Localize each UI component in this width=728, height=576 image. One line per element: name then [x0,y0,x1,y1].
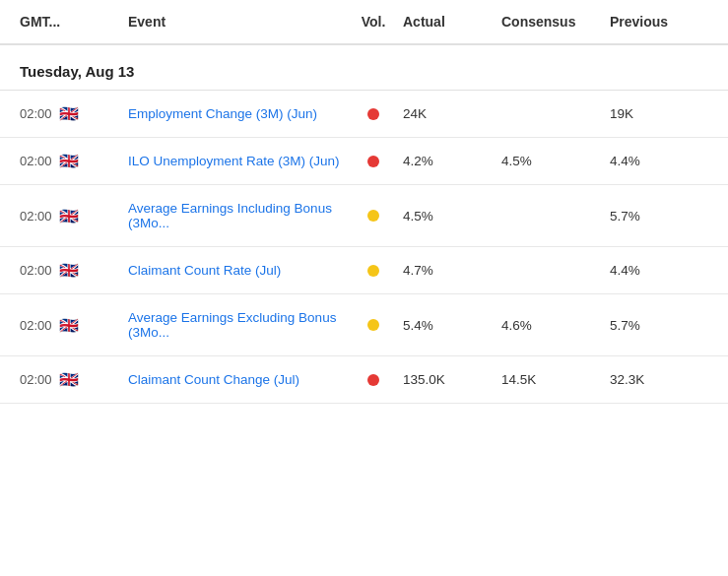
volatility-dot [367,374,379,386]
table-row: 02:00 🇬🇧 Claimant Count Change (Jul) 135… [0,356,728,404]
col-header-actual: Actual [403,14,501,30]
events-table: 02:00 🇬🇧 Employment Change (3M) (Jun) 24… [0,91,728,404]
consensus-value: 14.5K [501,372,610,387]
vol-cell [344,265,403,277]
volatility-dot [367,156,379,167]
previous-value: 5.7% [610,209,708,224]
previous-value: 4.4% [610,154,708,168]
time-cell: 02:00 🇬🇧 [20,263,128,278]
country-flag: 🇬🇧 [58,372,80,387]
time-value: 02:00 [20,154,52,168]
table-row: 02:00 🇬🇧 ILO Unemployment Rate (3M) (Jun… [0,138,728,185]
volatility-dot [367,319,379,331]
event-name[interactable]: Employment Change (3M) (Jun) [128,106,344,121]
volatility-dot [367,210,379,222]
time-cell: 02:00 🇬🇧 [20,154,128,168]
event-name[interactable]: Average Earnings Excluding Bonus (3Mo... [128,310,344,340]
time-value: 02:00 [20,106,52,121]
country-flag: 🇬🇧 [58,209,80,224]
table-row: 02:00 🇬🇧 Average Earnings Excluding Bonu… [0,294,728,356]
consensus-value: 4.5% [501,154,610,168]
previous-value: 4.4% [610,263,708,278]
consensus-value: 4.6% [501,318,610,333]
country-flag: 🇬🇧 [58,106,80,121]
previous-value: 32.3K [610,372,708,387]
date-section-label: Tuesday, Aug 13 [0,45,728,90]
time-value: 02:00 [20,263,52,278]
vol-cell [344,374,403,386]
actual-value: 4.5% [403,209,501,224]
col-header-previous: Previous [610,14,708,30]
col-header-event: Event [128,14,344,30]
country-flag: 🇬🇧 [58,154,80,168]
time-cell: 02:00 🇬🇧 [20,372,128,387]
previous-value: 19K [610,106,708,121]
col-header-gmt: GMT... [20,14,128,30]
col-header-vol: Vol. [344,14,403,30]
country-flag: 🇬🇧 [58,263,80,278]
vol-cell [344,108,403,120]
table-row: 02:00 🇬🇧 Average Earnings Including Bonu… [0,185,728,247]
actual-value: 135.0K [403,372,501,387]
event-name[interactable]: ILO Unemployment Rate (3M) (Jun) [128,154,344,168]
time-cell: 02:00 🇬🇧 [20,106,128,121]
actual-value: 4.7% [403,263,501,278]
vol-cell [344,156,403,167]
actual-value: 24K [403,106,501,121]
time-value: 02:00 [20,209,52,224]
table-row: 02:00 🇬🇧 Employment Change (3M) (Jun) 24… [0,91,728,138]
table-header: GMT... Event Vol. Actual Consensus Previ… [0,0,728,44]
col-header-consensus: Consensus [501,14,610,30]
volatility-dot [367,265,379,277]
volatility-dot [367,108,379,120]
time-value: 02:00 [20,372,52,387]
time-value: 02:00 [20,318,52,333]
event-name[interactable]: Claimant Count Rate (Jul) [128,263,344,278]
previous-value: 5.7% [610,318,708,333]
time-cell: 02:00 🇬🇧 [20,209,128,224]
actual-value: 4.2% [403,154,501,168]
event-name[interactable]: Claimant Count Change (Jul) [128,372,344,387]
table-row: 02:00 🇬🇧 Claimant Count Rate (Jul) 4.7% … [0,247,728,294]
event-name[interactable]: Average Earnings Including Bonus (3Mo... [128,201,344,230]
actual-value: 5.4% [403,318,501,333]
time-cell: 02:00 🇬🇧 [20,318,128,333]
vol-cell [344,210,403,222]
country-flag: 🇬🇧 [58,318,80,333]
vol-cell [344,319,403,331]
